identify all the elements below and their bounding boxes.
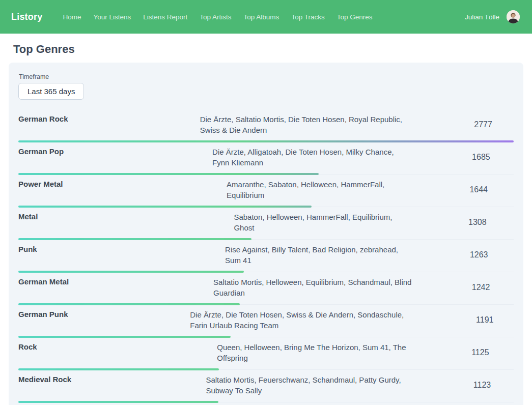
genre-artists: Saltatio Mortis, Feuerschwanz, Schandmau… — [206, 374, 451, 396]
genre-name: German Rock — [18, 114, 200, 135]
genre-row: German Metal Saltatio Mortis, Helloween,… — [18, 272, 514, 305]
genre-row: German Pop Die Ärzte, Alligatoah, Die To… — [18, 142, 514, 175]
genre-count: 1263 — [444, 250, 514, 259]
genre-count: 1644 — [443, 185, 514, 194]
nav-item-home[interactable]: Home — [63, 13, 81, 21]
genre-count: 1242 — [448, 283, 514, 292]
timeframe-filter: Timeframe Last 365 days — [18, 73, 514, 100]
genre-artists: Sabaton, Helloween, HammerFall, Equilibr… — [234, 212, 441, 233]
page-title: Top Genres — [13, 43, 532, 56]
genre-artists: Die Ärzte, Die Toten Hosen, Swiss & Die … — [190, 309, 456, 331]
nav-item-top-artists[interactable]: Top Artists — [200, 13, 231, 21]
genre-name: German Punk — [18, 309, 190, 331]
top-genres-card: Timeframe Last 365 days German Rock Die … — [9, 63, 523, 405]
genre-count: 2777 — [453, 120, 514, 129]
user-avatar[interactable] — [507, 10, 520, 23]
genre-name: Medieval Rock — [18, 374, 206, 396]
genre-row: Metal Sabaton, Helloween, HammerFall, Eq… — [18, 207, 514, 240]
genre-row: German Punk Die Ärzte, Die Toten Hosen, … — [18, 305, 514, 337]
genre-name: Punk — [18, 244, 225, 266]
genre-row: Melodic Metal Unleash The Archers, Hello… — [18, 402, 514, 405]
genre-row: Punk Rise Against, Billy Talent, Bad Rel… — [18, 240, 514, 272]
nav-item-top-tracks[interactable]: Top Tracks — [291, 13, 324, 21]
genre-name: Metal — [18, 212, 234, 233]
genre-name: German Pop — [18, 147, 212, 168]
genre-name: Rock — [18, 342, 217, 363]
genre-row: German Rock Die Ärzte, Saltatio Mortis, … — [18, 109, 514, 142]
genre-name: German Metal — [18, 277, 213, 298]
brand-logo[interactable]: Listory — [11, 12, 42, 22]
genres-table: German Rock Die Ärzte, Saltatio Mortis, … — [18, 109, 514, 405]
genre-count: 1191 — [456, 315, 514, 325]
genre-artists: Die Ärzte, Alligatoah, Die Toten Hosen, … — [212, 147, 449, 168]
app-header: Listory HomeYour ListensListens ReportTo… — [0, 0, 532, 34]
genre-artists: Die Ärzte, Saltatio Mortis, Die Toten Ho… — [200, 114, 453, 135]
genre-row: Power Metal Amaranthe, Sabaton, Hellowee… — [18, 175, 514, 207]
nav-item-your-listens[interactable]: Your Listens — [93, 13, 131, 21]
nav-item-top-albums[interactable]: Top Albums — [244, 13, 279, 21]
genre-count: 1123 — [451, 381, 514, 390]
timeframe-select[interactable]: Last 365 days — [18, 83, 84, 100]
genre-artists: Saltatio Mortis, Helloween, Equilibrium,… — [213, 277, 448, 298]
genre-artists: Rise Against, Billy Talent, Bad Religion… — [225, 244, 444, 266]
genre-name: Power Metal — [18, 179, 227, 200]
genre-artists: Amaranthe, Sabaton, Helloween, HammerFal… — [227, 179, 443, 200]
genre-count: 1308 — [441, 218, 514, 227]
nav-item-listens-report[interactable]: Listens Report — [143, 13, 187, 21]
genre-count: 1685 — [449, 153, 514, 162]
genre-row: Rock Queen, Helloween, Bring Me The Hori… — [18, 337, 514, 370]
nav-item-top-genres[interactable]: Top Genres — [337, 13, 373, 21]
timeframe-label: Timeframe — [19, 73, 514, 80]
genre-count: 1125 — [447, 348, 514, 357]
genre-row: Medieval Rock Saltatio Mortis, Feuerschw… — [18, 370, 514, 402]
genre-artists: Queen, Helloween, Bring Me The Horizon, … — [217, 342, 447, 363]
user-name[interactable]: Julian Tölle — [465, 13, 499, 21]
main-content: Top Genres Timeframe Last 365 days Germa… — [0, 43, 532, 405]
header-user-area: Julian Tölle — [465, 10, 520, 23]
main-nav: HomeYour ListensListens ReportTop Artist… — [63, 13, 372, 21]
user-avatar-photo — [507, 10, 520, 23]
